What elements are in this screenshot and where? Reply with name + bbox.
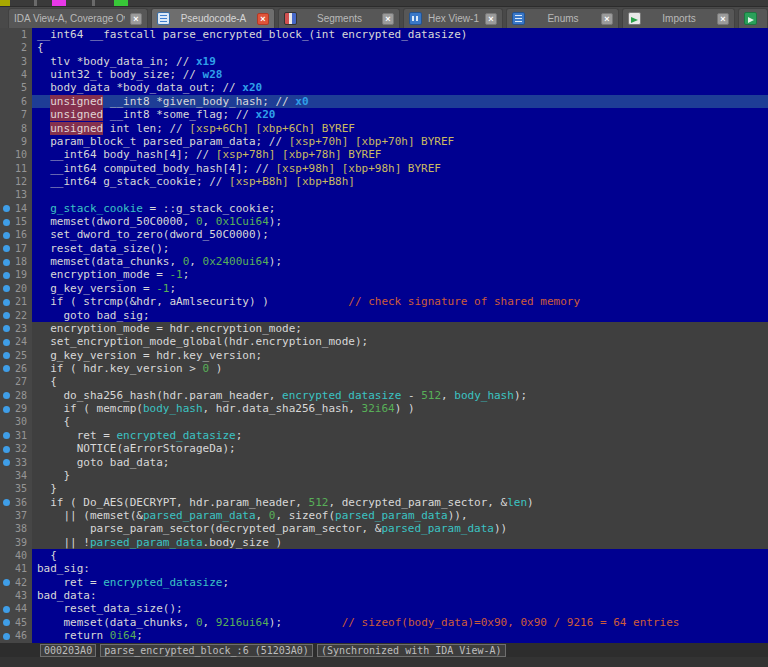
code-text[interactable]: } bbox=[32, 482, 768, 495]
code-text[interactable]: param_block_t parsed_param_data; // [xsp… bbox=[32, 135, 768, 148]
code-text[interactable]: ret = encrypted_datasize; bbox=[32, 576, 768, 589]
code-text[interactable]: unsigned __int8 *given_body_hash; // x0 bbox=[32, 95, 768, 108]
code-line[interactable]: 20 g_key_version = -1; bbox=[0, 282, 768, 295]
code-text[interactable]: || (memset(&parsed_param_data, 0, sizeof… bbox=[32, 509, 768, 522]
code-text[interactable]: { bbox=[32, 41, 768, 54]
code-text[interactable]: reset_data_size(); bbox=[32, 602, 768, 615]
code-line[interactable]: 9 param_block_t parsed_param_data; // [x… bbox=[0, 135, 768, 148]
navband-tick-1[interactable] bbox=[34, 0, 37, 6]
code-line[interactable]: 40 { bbox=[0, 549, 768, 562]
tab-imports[interactable]: Imports× bbox=[622, 8, 735, 28]
code-line[interactable]: 46 return 0i64; bbox=[0, 629, 768, 642]
tab-close-button[interactable]: × bbox=[601, 13, 613, 25]
tab-close-button[interactable]: × bbox=[257, 13, 269, 25]
code-line[interactable]: 39 || !parsed_param_data.body_size ) bbox=[0, 536, 768, 549]
code-text[interactable]: do_sha256_hash(hdr.param_header, encrypt… bbox=[32, 389, 768, 402]
code-line[interactable]: 19 encryption_mode = -1; bbox=[0, 268, 768, 281]
code-text[interactable]: { bbox=[32, 375, 768, 388]
tab-close-button[interactable]: × bbox=[485, 13, 497, 25]
code-text[interactable]: bad_data: bbox=[32, 589, 768, 602]
code-text[interactable]: encryption_mode = hdr.encryption_mode; bbox=[32, 322, 768, 335]
code-text[interactable]: if ( hdr.key_version > 0 ) bbox=[32, 362, 768, 375]
code-line[interactable]: 2{ bbox=[0, 41, 768, 54]
code-line[interactable]: 43bad_data: bbox=[0, 589, 768, 602]
code-text[interactable]: if ( Do_AES(DECRYPT, hdr.param_header, 5… bbox=[32, 496, 768, 509]
code-line[interactable]: 7 unsigned __int8 *some_flag; // x20 bbox=[0, 108, 768, 121]
tab-segments[interactable]: Segments× bbox=[278, 8, 400, 28]
code-text[interactable]: } bbox=[32, 469, 768, 482]
code-line[interactable]: 41bad_sig: bbox=[0, 562, 768, 575]
code-line[interactable]: 27 { bbox=[0, 375, 768, 388]
navband-tick-2[interactable] bbox=[92, 0, 95, 6]
code-text[interactable]: set_dword_to_zero(dword_50C0000); bbox=[32, 228, 768, 241]
code-text[interactable]: ret = encrypted_datasize; bbox=[32, 429, 768, 442]
code-line[interactable]: 34 } bbox=[0, 469, 768, 482]
code-text[interactable]: memset(dword_50C0000, 0, 0x1Cui64); bbox=[32, 215, 768, 228]
code-text[interactable]: memset(data_chunks, 0, 0x2400ui64); bbox=[32, 255, 768, 268]
code-line[interactable]: 35 } bbox=[0, 482, 768, 495]
code-text[interactable]: unsigned __int8 *some_flag; // x20 bbox=[32, 108, 768, 121]
code-line[interactable]: 28 do_sha256_hash(hdr.param_header, encr… bbox=[0, 389, 768, 402]
navband-segment-green[interactable] bbox=[114, 0, 128, 6]
code-line[interactable]: 12 __int64 g_stack_cookie; // [xsp+B8h] … bbox=[0, 175, 768, 188]
tab-close-button[interactable]: × bbox=[717, 13, 729, 25]
code-line[interactable]: 22 goto bad_sig; bbox=[0, 309, 768, 322]
tab-enums[interactable]: Enums× bbox=[506, 8, 619, 28]
code-line[interactable]: 33 goto bad_data; bbox=[0, 456, 768, 469]
code-line[interactable]: 10 __int64 body_hash[4]; // [xsp+78h] [x… bbox=[0, 148, 768, 161]
code-text[interactable]: reset_data_size(); bbox=[32, 242, 768, 255]
nav-band[interactable] bbox=[0, 0, 768, 7]
code-text[interactable]: tlv *body_data_in; // x19 bbox=[32, 55, 768, 68]
code-area[interactable]: 1__int64 __fastcall parse_encrypted_bloc… bbox=[0, 28, 768, 643]
code-line[interactable]: 15 memset(dword_50C0000, 0, 0x1Cui64); bbox=[0, 215, 768, 228]
code-text[interactable]: __int64 computed_body_hash[4]; // [xsp+9… bbox=[32, 162, 768, 175]
code-line[interactable]: 11 __int64 computed_body_hash[4]; // [xs… bbox=[0, 162, 768, 175]
code-line[interactable]: 29 if ( memcmp(body_hash, hdr.data_sha25… bbox=[0, 402, 768, 415]
tab-pseudocode-a[interactable]: Pseudocode-A× bbox=[151, 8, 275, 28]
code-text[interactable]: memset(data_chunks, 0, 9216ui64); // siz… bbox=[32, 616, 768, 629]
code-line[interactable]: 24 set_encryption_mode_global(hdr.encryp… bbox=[0, 335, 768, 348]
code-text[interactable]: unsigned int len; // [xsp+6Ch] [xbp+6Ch]… bbox=[32, 122, 768, 135]
code-line[interactable]: 42 ret = encrypted_datasize; bbox=[0, 576, 768, 589]
code-line[interactable]: 17 reset_data_size(); bbox=[0, 242, 768, 255]
code-text[interactable]: if ( memcmp(body_hash, hdr.data_sha256_h… bbox=[32, 402, 768, 415]
code-text[interactable]: __int64 g_stack_cookie; // [xsp+B8h] [xb… bbox=[32, 175, 768, 188]
code-text[interactable]: return 0i64; bbox=[32, 629, 768, 642]
code-text[interactable]: body_data *body_data_out; // x20 bbox=[32, 81, 768, 94]
code-text[interactable]: bad_sig: bbox=[32, 562, 768, 575]
code-line[interactable]: 31 ret = encrypted_datasize; bbox=[0, 429, 768, 442]
code-line[interactable]: 32 NOTICE(aErrorStorageDa); bbox=[0, 442, 768, 455]
code-text[interactable]: if ( strcmp(&hdr, aAmlsecurity) ) // che… bbox=[32, 295, 768, 308]
code-line[interactable]: 37 || (memset(&parsed_param_data, 0, siz… bbox=[0, 509, 768, 522]
code-text[interactable] bbox=[32, 188, 768, 201]
code-text[interactable]: uint32_t body_size; // w28 bbox=[32, 68, 768, 81]
code-line[interactable]: 38 parse_param_sector(decrypted_param_se… bbox=[0, 522, 768, 535]
code-line[interactable]: 6 unsigned __int8 *given_body_hash; // x… bbox=[0, 95, 768, 108]
code-line[interactable]: 5 body_data *body_data_out; // x20 bbox=[0, 81, 768, 94]
code-text[interactable]: g_stack_cookie = ::g_stack_cookie; bbox=[32, 202, 768, 215]
code-text[interactable]: parse_param_sector(decrypted_param_secto… bbox=[32, 522, 768, 535]
code-text[interactable]: encryption_mode = -1; bbox=[32, 268, 768, 281]
code-line[interactable]: 25 g_key_version = hdr.key_version; bbox=[0, 349, 768, 362]
tab-close-button[interactable]: × bbox=[382, 13, 394, 25]
navband-segment-olive[interactable] bbox=[0, 0, 10, 6]
code-line[interactable]: 14 g_stack_cookie = ::g_stack_cookie; bbox=[0, 202, 768, 215]
code-text[interactable]: || !parsed_param_data.body_size ) bbox=[32, 536, 768, 549]
code-text[interactable]: goto bad_sig; bbox=[32, 309, 768, 322]
code-text[interactable]: g_key_version = hdr.key_version; bbox=[32, 349, 768, 362]
code-line[interactable]: 8 unsigned int len; // [xsp+6Ch] [xbp+6C… bbox=[0, 122, 768, 135]
code-line[interactable]: 23 encryption_mode = hdr.encryption_mode… bbox=[0, 322, 768, 335]
code-line[interactable]: 36 if ( Do_AES(DECRYPT, hdr.param_header… bbox=[0, 496, 768, 509]
code-line[interactable]: 18 memset(data_chunks, 0, 0x2400ui64); bbox=[0, 255, 768, 268]
tab-partial[interactable] bbox=[738, 8, 768, 28]
code-line[interactable]: 45 memset(data_chunks, 0, 9216ui64); // … bbox=[0, 616, 768, 629]
tab-hex-view-1[interactable]: Hex View-1× bbox=[403, 8, 503, 28]
code-line[interactable]: 30 { bbox=[0, 415, 768, 428]
code-line[interactable]: 26 if ( hdr.key_version > 0 ) bbox=[0, 362, 768, 375]
tab-close-button[interactable]: × bbox=[130, 13, 142, 25]
code-text[interactable]: g_key_version = -1; bbox=[32, 282, 768, 295]
code-text[interactable]: NOTICE(aErrorStorageDa); bbox=[32, 442, 768, 455]
code-line[interactable]: 1__int64 __fastcall parse_encrypted_bloc… bbox=[0, 28, 768, 41]
code-text[interactable]: set_encryption_mode_global(hdr.encryptio… bbox=[32, 335, 768, 348]
code-line[interactable]: 16 set_dword_to_zero(dword_50C0000); bbox=[0, 228, 768, 241]
